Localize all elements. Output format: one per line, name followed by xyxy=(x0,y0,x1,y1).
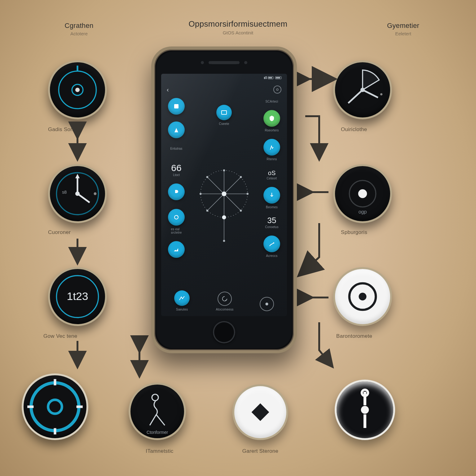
metric-right-label: Conoetus xyxy=(265,225,279,229)
svg-point-26 xyxy=(360,88,365,92)
sensor-dot-icon xyxy=(244,61,247,64)
sensor-label-spburgoris: Spburgoris xyxy=(341,229,403,236)
sensor-label-barontoromete: Barontoromete xyxy=(336,333,404,339)
statusbar-right xyxy=(264,76,283,80)
svg-line-16 xyxy=(150,415,156,425)
chip-right-3[interactable]: Rtenns xyxy=(263,139,280,161)
sensor-puck-ouiriclothe xyxy=(333,60,392,119)
sensor-label-gow: Gow Vec tene xyxy=(43,333,112,339)
svg-rect-46 xyxy=(174,104,178,108)
svg-point-10 xyxy=(31,383,79,430)
bottom-item-1[interactable]: Saeutes xyxy=(174,290,190,311)
sensor-puck-target xyxy=(22,373,88,440)
svg-point-18 xyxy=(152,394,158,401)
sensor-dot-icon xyxy=(236,61,240,64)
chip-center[interactable]: Cseete xyxy=(196,105,252,126)
bottom-item-2[interactable]: Atocomeess xyxy=(216,292,233,311)
back-button[interactable]: ‹ xyxy=(167,86,169,93)
chip-item[interactable] xyxy=(168,241,185,258)
phone-bezel-top xyxy=(154,56,294,69)
screen-right-column: SCArteci Rseorters Rtenns oS Ceteort Beo… xyxy=(263,98,280,258)
screen-bottom-row: Saeutes Atocomeess xyxy=(161,290,287,311)
svg-point-62 xyxy=(240,209,242,212)
header-right-subtitle: Eeletert xyxy=(375,31,431,36)
chip-right-1: SCArteci xyxy=(263,98,280,103)
metric-small-value: oS xyxy=(268,170,275,177)
header-center-title: Oppsmorsirformisuectmem xyxy=(157,19,319,29)
bottom-item-3[interactable] xyxy=(260,297,274,311)
header-left-subtitle: Actotere xyxy=(51,31,107,36)
svg-line-24 xyxy=(348,90,363,103)
screen-left-column: Entutras 66 Ltoct es eal srctetre xyxy=(168,98,185,258)
sensor-label-ouiriclothe: Ouiriclothe xyxy=(341,126,403,133)
metric-big-value: 66 xyxy=(171,163,181,173)
svg-point-20 xyxy=(361,406,369,414)
svg-point-27 xyxy=(380,93,382,95)
swirl-icon xyxy=(218,292,232,306)
svg-point-31 xyxy=(359,293,367,301)
svg-point-56 xyxy=(222,215,226,219)
metric-small-label: Ceteort xyxy=(267,177,277,180)
svg-point-7 xyxy=(75,192,80,196)
svg-point-8 xyxy=(94,192,97,195)
sensor-puck-barontoromete xyxy=(333,267,392,326)
top-right-ring-button[interactable] xyxy=(273,86,281,94)
sensor-dot-icon xyxy=(209,61,212,64)
sensor-puck-ctonformer: Ctonformer xyxy=(129,383,186,440)
sensor-puck-cuoroner: s8 xyxy=(48,164,107,223)
svg-point-65 xyxy=(265,302,268,305)
svg-line-17 xyxy=(156,415,165,425)
chip-item[interactable]: es eal srctetre xyxy=(168,209,185,234)
svg-point-61 xyxy=(206,176,209,178)
metric-small: oS Ceteort xyxy=(263,170,280,180)
svg-rect-39 xyxy=(264,77,265,79)
metric-right: 35 Conoetus xyxy=(263,216,280,229)
svg-rect-48 xyxy=(222,111,227,114)
puck-sub-ctonformer: Ctonformer xyxy=(147,430,168,435)
screen-center-panel: Cseete xyxy=(196,105,252,126)
metric-big-label: Ltoct xyxy=(173,173,180,177)
chip-right-2[interactable]: Rseorters xyxy=(263,110,280,132)
header-left-title: Cgrathen xyxy=(51,22,107,30)
sensor-puck-garert xyxy=(232,384,288,440)
chip-item[interactable] xyxy=(168,98,185,115)
puck-readout-1t23: 1t23 xyxy=(67,290,88,302)
svg-point-45 xyxy=(276,89,278,90)
svg-point-49 xyxy=(273,242,274,244)
sensor-puck-gow: 1t23 xyxy=(48,267,107,326)
svg-point-55 xyxy=(222,192,226,196)
svg-point-58 xyxy=(247,193,249,195)
speaker-icon xyxy=(210,61,238,64)
svg-point-63 xyxy=(206,209,209,212)
home-button[interactable] xyxy=(213,321,235,343)
metric-big: 66 Ltoct xyxy=(168,163,185,177)
svg-point-28 xyxy=(358,189,367,198)
sensor-label-itamnetstic: ITamnetstic xyxy=(129,448,191,454)
svg-point-3 xyxy=(75,88,80,92)
svg-line-6 xyxy=(77,194,90,202)
sensor-puck-gadis xyxy=(48,60,107,119)
chip-item: Entutras xyxy=(168,145,185,150)
svg-line-25 xyxy=(363,90,378,98)
puck-sub-ogp: ogp xyxy=(359,209,367,214)
sensor-puck-dial xyxy=(335,380,395,440)
record-icon xyxy=(260,297,274,311)
svg-rect-19 xyxy=(251,403,269,421)
sensor-label-gadis: Gadis Sonther xyxy=(48,126,110,133)
phone-mockup: ‹ Entutras 66 Ltoct es eal srctetre Csee… xyxy=(151,46,297,353)
header-right-title: Gyemetier xyxy=(375,22,431,30)
status-bar xyxy=(161,74,287,82)
header-left: Cgrathen Actotere xyxy=(51,22,107,36)
chip-item[interactable] xyxy=(168,183,185,202)
chip-right-5[interactable]: Acreccs xyxy=(263,236,280,258)
sensor-dot-icon xyxy=(201,61,204,64)
compass-graphic xyxy=(188,164,260,244)
svg-point-60 xyxy=(240,176,242,178)
chip-item[interactable] xyxy=(168,121,185,138)
phone-screen: ‹ Entutras 66 Ltoct es eal srctetre Csee… xyxy=(161,74,287,316)
svg-point-11 xyxy=(48,400,62,414)
chip-right-4[interactable]: Beomes xyxy=(263,187,280,209)
svg-rect-44 xyxy=(276,77,280,78)
sensor-puck-spburgoris: ogp xyxy=(333,164,392,223)
metric-right-value: 35 xyxy=(267,216,276,225)
